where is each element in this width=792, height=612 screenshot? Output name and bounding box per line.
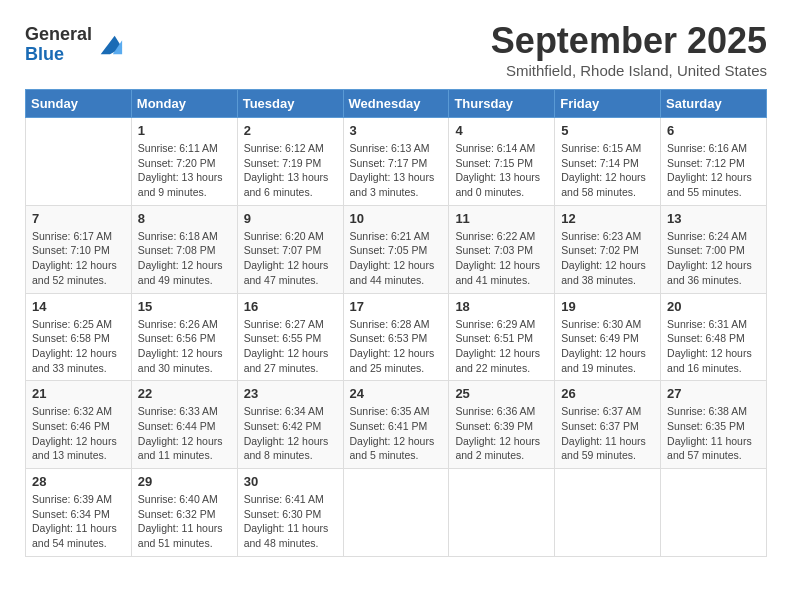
calendar-cell: 3Sunrise: 6:13 AM Sunset: 7:17 PM Daylig…	[343, 118, 449, 206]
day-number: 13	[667, 211, 760, 226]
day-number: 2	[244, 123, 337, 138]
day-number: 3	[350, 123, 443, 138]
logo-blue-text: Blue	[25, 45, 92, 65]
weekday-header-monday: Monday	[131, 90, 237, 118]
calendar-cell: 1Sunrise: 6:11 AM Sunset: 7:20 PM Daylig…	[131, 118, 237, 206]
day-info: Sunrise: 6:34 AM Sunset: 6:42 PM Dayligh…	[244, 404, 337, 463]
calendar-cell: 30Sunrise: 6:41 AM Sunset: 6:30 PM Dayli…	[237, 469, 343, 557]
day-info: Sunrise: 6:20 AM Sunset: 7:07 PM Dayligh…	[244, 229, 337, 288]
weekday-header-wednesday: Wednesday	[343, 90, 449, 118]
calendar-cell: 27Sunrise: 6:38 AM Sunset: 6:35 PM Dayli…	[661, 381, 767, 469]
day-number: 29	[138, 474, 231, 489]
logo-general-text: General	[25, 25, 92, 45]
day-info: Sunrise: 6:37 AM Sunset: 6:37 PM Dayligh…	[561, 404, 654, 463]
day-number: 9	[244, 211, 337, 226]
title-section: September 2025 Smithfield, Rhode Island,…	[491, 20, 767, 79]
day-info: Sunrise: 6:35 AM Sunset: 6:41 PM Dayligh…	[350, 404, 443, 463]
calendar-cell: 9Sunrise: 6:20 AM Sunset: 7:07 PM Daylig…	[237, 205, 343, 293]
page-header: General Blue September 2025 Smithfield, …	[25, 20, 767, 79]
day-info: Sunrise: 6:22 AM Sunset: 7:03 PM Dayligh…	[455, 229, 548, 288]
calendar-cell: 24Sunrise: 6:35 AM Sunset: 6:41 PM Dayli…	[343, 381, 449, 469]
day-number: 21	[32, 386, 125, 401]
calendar-cell: 13Sunrise: 6:24 AM Sunset: 7:00 PM Dayli…	[661, 205, 767, 293]
day-number: 17	[350, 299, 443, 314]
day-info: Sunrise: 6:11 AM Sunset: 7:20 PM Dayligh…	[138, 141, 231, 200]
calendar-cell: 23Sunrise: 6:34 AM Sunset: 6:42 PM Dayli…	[237, 381, 343, 469]
calendar-cell: 6Sunrise: 6:16 AM Sunset: 7:12 PM Daylig…	[661, 118, 767, 206]
calendar-cell: 26Sunrise: 6:37 AM Sunset: 6:37 PM Dayli…	[555, 381, 661, 469]
calendar-week-4: 21Sunrise: 6:32 AM Sunset: 6:46 PM Dayli…	[26, 381, 767, 469]
logo-icon	[96, 31, 124, 59]
day-info: Sunrise: 6:18 AM Sunset: 7:08 PM Dayligh…	[138, 229, 231, 288]
calendar-cell	[26, 118, 132, 206]
day-info: Sunrise: 6:26 AM Sunset: 6:56 PM Dayligh…	[138, 317, 231, 376]
calendar-cell: 14Sunrise: 6:25 AM Sunset: 6:58 PM Dayli…	[26, 293, 132, 381]
calendar-week-3: 14Sunrise: 6:25 AM Sunset: 6:58 PM Dayli…	[26, 293, 767, 381]
day-info: Sunrise: 6:36 AM Sunset: 6:39 PM Dayligh…	[455, 404, 548, 463]
calendar-cell: 20Sunrise: 6:31 AM Sunset: 6:48 PM Dayli…	[661, 293, 767, 381]
calendar-week-5: 28Sunrise: 6:39 AM Sunset: 6:34 PM Dayli…	[26, 469, 767, 557]
calendar-cell: 10Sunrise: 6:21 AM Sunset: 7:05 PM Dayli…	[343, 205, 449, 293]
calendar-cell: 25Sunrise: 6:36 AM Sunset: 6:39 PM Dayli…	[449, 381, 555, 469]
day-info: Sunrise: 6:33 AM Sunset: 6:44 PM Dayligh…	[138, 404, 231, 463]
day-info: Sunrise: 6:15 AM Sunset: 7:14 PM Dayligh…	[561, 141, 654, 200]
day-info: Sunrise: 6:29 AM Sunset: 6:51 PM Dayligh…	[455, 317, 548, 376]
day-number: 26	[561, 386, 654, 401]
calendar-cell: 15Sunrise: 6:26 AM Sunset: 6:56 PM Dayli…	[131, 293, 237, 381]
calendar-cell	[449, 469, 555, 557]
day-number: 28	[32, 474, 125, 489]
day-info: Sunrise: 6:28 AM Sunset: 6:53 PM Dayligh…	[350, 317, 443, 376]
day-number: 8	[138, 211, 231, 226]
calendar-cell	[661, 469, 767, 557]
day-number: 18	[455, 299, 548, 314]
day-number: 23	[244, 386, 337, 401]
day-number: 20	[667, 299, 760, 314]
weekday-header-thursday: Thursday	[449, 90, 555, 118]
day-info: Sunrise: 6:39 AM Sunset: 6:34 PM Dayligh…	[32, 492, 125, 551]
day-number: 7	[32, 211, 125, 226]
day-number: 11	[455, 211, 548, 226]
calendar-cell: 29Sunrise: 6:40 AM Sunset: 6:32 PM Dayli…	[131, 469, 237, 557]
day-info: Sunrise: 6:14 AM Sunset: 7:15 PM Dayligh…	[455, 141, 548, 200]
weekday-header-friday: Friday	[555, 90, 661, 118]
day-number: 16	[244, 299, 337, 314]
logo: General Blue	[25, 25, 124, 65]
day-number: 1	[138, 123, 231, 138]
calendar-cell	[343, 469, 449, 557]
day-info: Sunrise: 6:21 AM Sunset: 7:05 PM Dayligh…	[350, 229, 443, 288]
calendar-cell: 22Sunrise: 6:33 AM Sunset: 6:44 PM Dayli…	[131, 381, 237, 469]
calendar-week-2: 7Sunrise: 6:17 AM Sunset: 7:10 PM Daylig…	[26, 205, 767, 293]
day-number: 19	[561, 299, 654, 314]
day-number: 6	[667, 123, 760, 138]
day-number: 24	[350, 386, 443, 401]
weekday-header-row: SundayMondayTuesdayWednesdayThursdayFrid…	[26, 90, 767, 118]
calendar-cell: 28Sunrise: 6:39 AM Sunset: 6:34 PM Dayli…	[26, 469, 132, 557]
calendar-week-1: 1Sunrise: 6:11 AM Sunset: 7:20 PM Daylig…	[26, 118, 767, 206]
day-number: 27	[667, 386, 760, 401]
calendar-cell: 4Sunrise: 6:14 AM Sunset: 7:15 PM Daylig…	[449, 118, 555, 206]
day-info: Sunrise: 6:25 AM Sunset: 6:58 PM Dayligh…	[32, 317, 125, 376]
calendar-cell: 12Sunrise: 6:23 AM Sunset: 7:02 PM Dayli…	[555, 205, 661, 293]
day-info: Sunrise: 6:23 AM Sunset: 7:02 PM Dayligh…	[561, 229, 654, 288]
day-info: Sunrise: 6:17 AM Sunset: 7:10 PM Dayligh…	[32, 229, 125, 288]
calendar-cell: 5Sunrise: 6:15 AM Sunset: 7:14 PM Daylig…	[555, 118, 661, 206]
day-number: 22	[138, 386, 231, 401]
calendar-cell: 11Sunrise: 6:22 AM Sunset: 7:03 PM Dayli…	[449, 205, 555, 293]
day-info: Sunrise: 6:32 AM Sunset: 6:46 PM Dayligh…	[32, 404, 125, 463]
day-info: Sunrise: 6:30 AM Sunset: 6:49 PM Dayligh…	[561, 317, 654, 376]
calendar-cell: 2Sunrise: 6:12 AM Sunset: 7:19 PM Daylig…	[237, 118, 343, 206]
calendar-cell: 7Sunrise: 6:17 AM Sunset: 7:10 PM Daylig…	[26, 205, 132, 293]
calendar-cell: 16Sunrise: 6:27 AM Sunset: 6:55 PM Dayli…	[237, 293, 343, 381]
day-info: Sunrise: 6:41 AM Sunset: 6:30 PM Dayligh…	[244, 492, 337, 551]
weekday-header-tuesday: Tuesday	[237, 90, 343, 118]
day-number: 5	[561, 123, 654, 138]
day-info: Sunrise: 6:27 AM Sunset: 6:55 PM Dayligh…	[244, 317, 337, 376]
day-number: 30	[244, 474, 337, 489]
day-info: Sunrise: 6:31 AM Sunset: 6:48 PM Dayligh…	[667, 317, 760, 376]
day-info: Sunrise: 6:12 AM Sunset: 7:19 PM Dayligh…	[244, 141, 337, 200]
month-title: September 2025	[491, 20, 767, 62]
day-number: 15	[138, 299, 231, 314]
day-number: 14	[32, 299, 125, 314]
day-info: Sunrise: 6:13 AM Sunset: 7:17 PM Dayligh…	[350, 141, 443, 200]
calendar-cell	[555, 469, 661, 557]
